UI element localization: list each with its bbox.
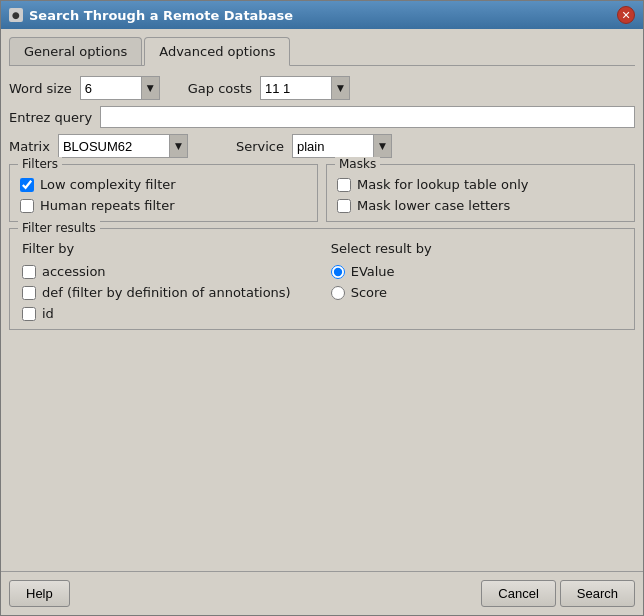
service-select-wrapper: plain psi phi ▼ bbox=[292, 134, 392, 158]
gap-costs-arrow[interactable]: ▼ bbox=[331, 77, 349, 99]
word-size-arrow[interactable]: ▼ bbox=[141, 77, 159, 99]
wordsize-gapcosts-row: Word size 6 7 8 ▼ Gap costs 11 1 10 1 9 … bbox=[9, 76, 635, 100]
main-window: ● Search Through a Remote Database ✕ Gen… bbox=[0, 0, 644, 616]
low-complexity-filter-row[interactable]: Low complexity filter bbox=[20, 177, 307, 192]
close-button[interactable]: ✕ bbox=[617, 6, 635, 24]
filter-results-content: Filter by accession def (filter by defin… bbox=[22, 241, 622, 321]
id-row[interactable]: id bbox=[22, 306, 291, 321]
filters-panel: Filters Low complexity filter Human repe… bbox=[9, 164, 318, 222]
mask-lookup-checkbox[interactable] bbox=[337, 178, 351, 192]
window-title: Search Through a Remote Database bbox=[29, 8, 293, 23]
filters-masks-row: Filters Low complexity filter Human repe… bbox=[9, 164, 635, 222]
low-complexity-checkbox[interactable] bbox=[20, 178, 34, 192]
evalue-radio[interactable] bbox=[331, 265, 345, 279]
tab-general[interactable]: General options bbox=[9, 37, 142, 65]
masks-panel: Masks Mask for lookup table only Mask lo… bbox=[326, 164, 635, 222]
filter-results-panel: Filter results Filter by accession def (… bbox=[9, 228, 635, 330]
search-button[interactable]: Search bbox=[560, 580, 635, 607]
mask-lookup-row[interactable]: Mask for lookup table only bbox=[337, 177, 624, 192]
entrez-query-input[interactable] bbox=[100, 106, 635, 128]
gap-costs-label: Gap costs bbox=[188, 81, 252, 96]
gap-costs-select-wrapper: 11 1 10 1 9 2 ▼ bbox=[260, 76, 350, 100]
accession-label: accession bbox=[42, 264, 106, 279]
def-row[interactable]: def (filter by definition of annotations… bbox=[22, 285, 291, 300]
word-size-label: Word size bbox=[9, 81, 72, 96]
gap-costs-select[interactable]: 11 1 10 1 9 2 bbox=[261, 79, 331, 98]
score-label: Score bbox=[351, 285, 387, 300]
mask-lower-label: Mask lower case letters bbox=[357, 198, 510, 213]
help-button[interactable]: Help bbox=[9, 580, 70, 607]
tab-bar: General options Advanced options bbox=[9, 37, 635, 66]
service-select[interactable]: plain psi phi bbox=[293, 137, 373, 156]
score-row[interactable]: Score bbox=[331, 285, 432, 300]
def-label: def (filter by definition of annotations… bbox=[42, 285, 291, 300]
bottom-bar: Help Cancel Search bbox=[1, 571, 643, 615]
evalue-row[interactable]: EValue bbox=[331, 264, 432, 279]
service-label: Service bbox=[236, 139, 284, 154]
matrix-label: Matrix bbox=[9, 139, 50, 154]
filters-panel-title: Filters bbox=[18, 157, 62, 171]
human-repeats-label: Human repeats filter bbox=[40, 198, 175, 213]
form-area: Word size 6 7 8 ▼ Gap costs 11 1 10 1 9 … bbox=[9, 76, 635, 563]
tab-advanced[interactable]: Advanced options bbox=[144, 37, 290, 66]
masks-panel-title: Masks bbox=[335, 157, 380, 171]
titlebar-left: ● Search Through a Remote Database bbox=[9, 8, 293, 23]
filter-results-title: Filter results bbox=[18, 221, 100, 235]
accession-row[interactable]: accession bbox=[22, 264, 291, 279]
def-checkbox[interactable] bbox=[22, 286, 36, 300]
entrez-query-label: Entrez query bbox=[9, 110, 92, 125]
select-result-label: Select result by bbox=[331, 241, 432, 256]
accession-checkbox[interactable] bbox=[22, 265, 36, 279]
select-result-column: Select result by EValue Score bbox=[331, 241, 432, 321]
evalue-label: EValue bbox=[351, 264, 395, 279]
word-size-select-wrapper: 6 7 8 ▼ bbox=[80, 76, 160, 100]
filter-by-label: Filter by bbox=[22, 241, 291, 256]
window-icon: ● bbox=[9, 8, 23, 22]
human-repeats-checkbox[interactable] bbox=[20, 199, 34, 213]
human-repeats-filter-row[interactable]: Human repeats filter bbox=[20, 198, 307, 213]
matrix-select-wrapper: BLOSUM62 BLOSUM45 BLOSUM80 PAM30 ▼ bbox=[58, 134, 188, 158]
masks-panel-content: Mask for lookup table only Mask lower ca… bbox=[337, 177, 624, 213]
filters-panel-content: Low complexity filter Human repeats filt… bbox=[20, 177, 307, 213]
score-radio[interactable] bbox=[331, 286, 345, 300]
entrez-query-row: Entrez query bbox=[9, 106, 635, 128]
content-area: General options Advanced options Word si… bbox=[1, 29, 643, 571]
mask-lower-row[interactable]: Mask lower case letters bbox=[337, 198, 624, 213]
mask-lower-checkbox[interactable] bbox=[337, 199, 351, 213]
filter-by-column: Filter by accession def (filter by defin… bbox=[22, 241, 291, 321]
right-buttons: Cancel Search bbox=[481, 580, 635, 607]
word-size-select[interactable]: 6 7 8 bbox=[81, 79, 141, 98]
id-label: id bbox=[42, 306, 54, 321]
cancel-button[interactable]: Cancel bbox=[481, 580, 555, 607]
mask-lookup-label: Mask for lookup table only bbox=[357, 177, 528, 192]
service-arrow[interactable]: ▼ bbox=[373, 135, 391, 157]
matrix-service-row: Matrix BLOSUM62 BLOSUM45 BLOSUM80 PAM30 … bbox=[9, 134, 635, 158]
matrix-select[interactable]: BLOSUM62 BLOSUM45 BLOSUM80 PAM30 bbox=[59, 137, 169, 156]
id-checkbox[interactable] bbox=[22, 307, 36, 321]
titlebar: ● Search Through a Remote Database ✕ bbox=[1, 1, 643, 29]
matrix-arrow[interactable]: ▼ bbox=[169, 135, 187, 157]
low-complexity-label: Low complexity filter bbox=[40, 177, 176, 192]
